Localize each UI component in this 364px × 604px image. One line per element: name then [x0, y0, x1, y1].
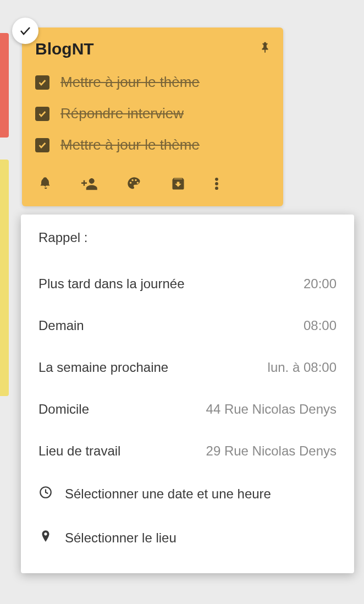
- checklist: Mettre à jour le thème Répondre intervie…: [35, 74, 270, 153]
- reminder-option-label: Domicile: [38, 402, 89, 417]
- reminder-option-value: 29 Rue Nicolas Denys: [206, 443, 337, 459]
- collaborator-icon[interactable]: [81, 175, 98, 192]
- reminder-option-work[interactable]: Lieu de travail 29 Rue Nicolas Denys: [21, 430, 354, 472]
- checklist-item-label: Mettre à jour le thème: [60, 74, 200, 91]
- archive-icon[interactable]: [170, 176, 186, 191]
- reminder-option-later-today[interactable]: Plus tard dans la journée 20:00: [21, 263, 354, 305]
- reminder-pick-datetime[interactable]: Sélectionner une date et une heure: [21, 472, 354, 516]
- place-icon: [38, 529, 53, 547]
- reminder-option-label: La semaine prochaine: [38, 360, 168, 375]
- reminder-option-value: lun. à 08:00: [268, 360, 337, 375]
- checklist-item[interactable]: Répondre interview: [35, 105, 270, 122]
- reminder-option-next-week[interactable]: La semaine prochaine lun. à 08:00: [21, 347, 354, 388]
- reminder-action-label: Sélectionner une date et une heure: [65, 486, 271, 502]
- pin-icon[interactable]: [259, 40, 271, 57]
- reminder-option-value: 08:00: [304, 318, 337, 333]
- reminder-option-value: 44 Rue Nicolas Denys: [206, 402, 337, 417]
- checklist-item[interactable]: Mettre à jour le thème: [35, 74, 270, 91]
- svg-point-0: [215, 178, 218, 181]
- checkbox-icon[interactable]: [35, 107, 49, 121]
- svg-point-2: [215, 186, 218, 190]
- reminder-option-tomorrow[interactable]: Demain 08:00: [21, 305, 354, 347]
- checklist-item-label: Mettre à jour le thème: [60, 136, 200, 153]
- reminder-action-label: Sélectionner le lieu: [65, 530, 177, 546]
- note-card: BlogNT Mettre à jour le thème Répondre i…: [22, 28, 283, 206]
- reminder-option-value: 20:00: [304, 276, 337, 292]
- checklist-item[interactable]: Mettre à jour le thème: [35, 136, 270, 153]
- checkbox-icon[interactable]: [35, 138, 49, 152]
- select-check-icon[interactable]: [12, 18, 38, 44]
- background-note-red: [0, 33, 9, 138]
- svg-point-1: [215, 182, 218, 185]
- reminder-pick-place[interactable]: Sélectionner le lieu: [21, 516, 354, 560]
- reminder-option-home[interactable]: Domicile 44 Rue Nicolas Denys: [21, 388, 354, 430]
- reminder-option-label: Plus tard dans la journée: [38, 276, 185, 292]
- checklist-item-label: Répondre interview: [60, 105, 184, 122]
- note-toolbar: [35, 170, 270, 201]
- reminder-icon[interactable]: [37, 176, 53, 191]
- background-note-yellow: [0, 160, 9, 396]
- reminder-popover: Rappel : Plus tard dans la journée 20:00…: [21, 215, 354, 573]
- checkbox-icon[interactable]: [35, 75, 49, 90]
- note-title[interactable]: BlogNT: [35, 40, 270, 58]
- color-icon[interactable]: [126, 176, 142, 191]
- clock-icon: [38, 485, 53, 503]
- more-icon[interactable]: [214, 176, 219, 191]
- reminder-header: Rappel :: [21, 230, 354, 263]
- reminder-option-label: Lieu de travail: [38, 443, 120, 459]
- reminder-option-label: Demain: [38, 318, 84, 333]
